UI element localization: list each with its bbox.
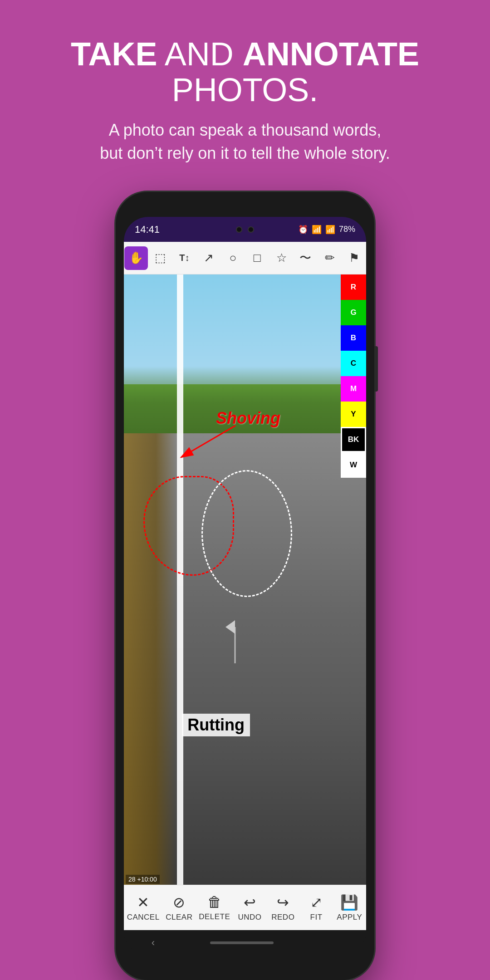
wifi-icon: 📶 [312, 225, 322, 235]
cancel-button[interactable]: ✕ CANCEL [127, 894, 160, 922]
camera-lens [248, 226, 254, 233]
svg-line-1 [181, 426, 235, 457]
fit-icon: ⤢ [310, 894, 323, 911]
tool-hand[interactable]: ✋ [124, 246, 148, 270]
tool-rect[interactable]: □ [245, 246, 269, 270]
signal-icon: 📶 [325, 225, 335, 235]
tool-text[interactable]: T↕ [172, 246, 196, 270]
redo-button[interactable]: ↪ REDO [270, 894, 297, 922]
tool-draw[interactable]: ✏ [318, 246, 342, 270]
battery-indicator: 78% [339, 225, 355, 234]
header-title-annotate: ANNOTATE [243, 36, 419, 72]
delete-icon: 🗑 [207, 894, 222, 911]
phone-screen: 14:41 ⏰ 📶 📶 78% ✋ ⬚ T↕ ↗ ○ □ ☆ 〜 ✏ ⚑ [124, 217, 366, 955]
back-arrow[interactable]: ‹ [152, 937, 155, 949]
status-time: 14:41 [135, 224, 160, 235]
apply-button[interactable]: 💾 APPLY [336, 894, 363, 922]
header-title-and: AND [157, 36, 243, 72]
annotation-white-oval [201, 470, 292, 597]
header-title-take: TAKE [71, 36, 157, 72]
road-scene: Shoving Rutting 28 +10:00 R [124, 274, 366, 885]
tool-line[interactable]: 〜 [294, 246, 317, 270]
header-title: TAKE AND ANNOTATE PHOTOS. [27, 36, 463, 108]
cancel-label: CANCEL [127, 913, 160, 922]
clear-icon: ⊘ [173, 894, 185, 911]
clear-button[interactable]: ⊘ CLEAR [166, 894, 193, 922]
camera-sensor [236, 226, 242, 233]
color-cyan[interactable]: C [341, 351, 366, 376]
status-bar: 14:41 ⏰ 📶 📶 78% [124, 217, 366, 242]
tool-flag[interactable]: ⚑ [342, 246, 366, 270]
header-title-photos: PHOTOS. [172, 72, 318, 108]
delete-button[interactable]: 🗑 DELETE [199, 894, 230, 921]
alarm-icon: ⏰ [298, 225, 308, 235]
road-white-stripe [177, 274, 183, 885]
delete-label: DELETE [199, 912, 230, 921]
header-subtitle: A photo can speak a thousand words, but … [27, 119, 463, 165]
undo-icon: ↩ [244, 894, 256, 911]
photo-area: Shoving Rutting 28 +10:00 R [124, 274, 366, 885]
tool-arrow[interactable]: ↗ [197, 246, 220, 270]
timestamp-overlay: 28 +10:00 [126, 875, 160, 884]
fit-button[interactable]: ⤢ FIT [303, 894, 330, 922]
color-magenta[interactable]: M [341, 376, 366, 402]
annotation-shoving-label: Shoving [216, 409, 280, 428]
undo-label: UNDO [238, 913, 262, 922]
color-white[interactable]: W [341, 452, 366, 478]
rutting-arrow-svg [228, 622, 242, 668]
annotation-rutting-label: Rutting [182, 714, 250, 736]
header-subtitle-line2: but don’t rely on it to tell the whole s… [100, 144, 390, 162]
tool-star[interactable]: ☆ [270, 246, 293, 270]
cancel-icon: ✕ [137, 894, 149, 911]
header-section: TAKE AND ANNOTATE PHOTOS. A photo can sp… [0, 0, 490, 183]
header-subtitle-line1: A photo can speak a thousand words, [109, 121, 381, 139]
bottom-toolbar: ✕ CANCEL ⊘ CLEAR 🗑 DELETE ↩ UNDO ↪ REDO … [124, 885, 366, 930]
camera-notch [236, 226, 254, 233]
phone-bottom-nav: ‹ [124, 930, 366, 955]
apply-icon: 💾 [340, 894, 358, 911]
tool-select[interactable]: ⬚ [148, 246, 172, 270]
color-black[interactable]: BK [341, 427, 366, 452]
color-yellow[interactable]: Y [341, 402, 366, 427]
undo-button[interactable]: ↩ UNDO [236, 894, 264, 922]
phone-device: 14:41 ⏰ 📶 📶 78% ✋ ⬚ T↕ ↗ ○ □ ☆ 〜 ✏ ⚑ [116, 192, 374, 980]
home-indicator[interactable] [210, 941, 274, 944]
redo-icon: ↪ [277, 894, 289, 911]
color-palette: R G B C M Y BK W [341, 274, 366, 478]
clear-label: CLEAR [166, 913, 192, 922]
redo-label: REDO [271, 913, 294, 922]
drawing-toolbar: ✋ ⬚ T↕ ↗ ○ □ ☆ 〜 ✏ ⚑ [124, 242, 366, 274]
tool-circle[interactable]: ○ [221, 246, 245, 270]
color-red[interactable]: R [341, 274, 366, 300]
apply-label: APPLY [337, 913, 362, 922]
status-icons: ⏰ 📶 📶 78% [298, 225, 355, 235]
fit-label: FIT [310, 913, 323, 922]
color-green[interactable]: G [341, 300, 366, 325]
color-blue[interactable]: B [341, 325, 366, 351]
